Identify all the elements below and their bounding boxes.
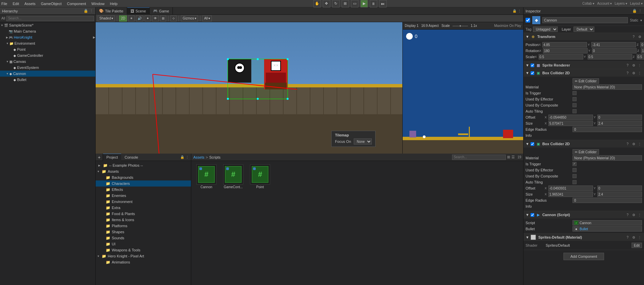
assets-filter-icon[interactable]: ☰ <box>511 155 515 159</box>
grid-settings[interactable]: ⊹ <box>170 15 177 22</box>
tree-item-environment[interactable]: ▼ 📁 Environment <box>0 40 95 46</box>
shader-edit-btn[interactable]: Edit <box>632 243 642 248</box>
bc2-help-icon[interactable]: ? <box>625 141 630 146</box>
hierarchy-menu-icon[interactable]: ⋮ <box>90 9 93 13</box>
folder-sounds[interactable]: ▶ 📁 Sounds <box>96 235 191 241</box>
center-panel-menu-icon[interactable]: ⋮ <box>518 9 521 13</box>
layer-dropdown[interactable]: Default <box>574 27 594 32</box>
pos-x-field[interactable] <box>542 42 587 47</box>
rot-z-field[interactable] <box>641 48 644 53</box>
scale-x-field[interactable] <box>539 54 583 59</box>
transform-settings-icon[interactable]: ⚙ <box>637 34 642 39</box>
bc2-checkbox[interactable] <box>531 142 534 146</box>
mat-more-icon[interactable]: ⋮ <box>637 235 642 240</box>
hierarchy-search-input[interactable] <box>6 16 94 21</box>
mat-help-icon[interactable]: ? <box>625 235 630 240</box>
bc2-material-ref[interactable]: None (Physics Material 2D) <box>573 155 642 161</box>
bc2-trigger-checkbox[interactable] <box>573 162 577 166</box>
center-panel-lock-icon[interactable]: 🔒 <box>512 9 516 13</box>
bc1-autotiling-checkbox[interactable] <box>573 109 577 113</box>
console-tab[interactable]: Console <box>121 154 141 161</box>
bc2-size-x-field[interactable] <box>548 192 593 197</box>
cs-bullet-ref[interactable]: ◆ Bullet <box>573 226 642 232</box>
bc1-size-y-field[interactable] <box>597 121 642 126</box>
tile-palette-tab[interactable]: 🎨 Tile Palette <box>96 7 127 15</box>
breadcrumb-assets[interactable]: Assets <box>193 155 204 159</box>
folder-items-icons[interactable]: ▶ 📁 Items & Icons <box>96 217 191 223</box>
tree-item-eventsystem[interactable]: ▶ ◆ EventSystem <box>0 65 95 71</box>
shading-dropdown[interactable]: Shaded ▾ <box>98 15 115 22</box>
sprite-renderer-header[interactable]: ▼ ▦ Sprite Renderer ? ⚙ ⋮ <box>524 62 644 69</box>
tree-item-canvas[interactable]: ▼ ▦ Canvas <box>0 58 95 65</box>
2d-toggle[interactable]: 2D <box>119 15 127 22</box>
box-collider-2-header[interactable]: ▼ ▣ Box Collider 2D ? ⚙ ⋮ <box>524 140 644 148</box>
hierarchy-lock-icon[interactable]: 🔒 <box>84 9 88 13</box>
scale-slider[interactable]: ——●—— <box>452 24 468 28</box>
sprite-help-icon[interactable]: ? <box>625 63 630 68</box>
menu-assets[interactable]: Assets <box>24 2 36 6</box>
assets-view-icon[interactable]: ⊞ <box>507 155 510 159</box>
menu-component[interactable]: Component <box>67 2 86 6</box>
bc2-edge-field[interactable]: 0 <box>573 198 642 203</box>
bc2-size-y-field[interactable] <box>597 192 642 197</box>
tree-item-samplescene[interactable]: ▼ 🎬 SampleScene* <box>0 22 95 28</box>
hand-tool[interactable]: ✋ <box>313 0 321 7</box>
rect-tool[interactable]: ▭ <box>351 0 358 7</box>
cs-help-icon[interactable]: ? <box>625 212 630 217</box>
menu-edit[interactable]: Edit <box>13 2 19 6</box>
bc2-more-icon[interactable]: ⋮ <box>637 141 642 146</box>
folder-effects[interactable]: ▶ 📁 Effects <box>96 187 191 193</box>
bc1-help-icon[interactable]: ? <box>625 71 630 75</box>
audio-btn[interactable]: 🔊 <box>136 15 143 22</box>
bc1-edit-collider-btn[interactable]: ✏ Edit Collider <box>573 78 599 84</box>
tree-item-maincamera[interactable]: ▶ 📷 Main Camera <box>0 28 95 34</box>
bc2-settings-icon[interactable]: ⚙ <box>631 141 636 146</box>
obj-active-checkbox[interactable] <box>526 18 530 23</box>
bc1-edge-field[interactable]: 0 <box>573 127 642 132</box>
bc2-edit-collider-btn[interactable]: ✏ Edit Collider <box>573 149 599 155</box>
cs-settings-icon[interactable]: ⚙ <box>631 212 636 217</box>
scene-tab[interactable]: 🖼 Scene <box>127 7 150 15</box>
folder-assets-root[interactable]: ▼ 📁 Assets <box>96 168 191 174</box>
folder-extra[interactable]: ▶ 📁 Extra <box>96 205 191 211</box>
tag-dropdown[interactable]: Untagged <box>533 27 558 32</box>
scale-tool[interactable]: ⊞ <box>342 0 349 7</box>
sprite-settings-icon[interactable]: ⚙ <box>631 63 636 68</box>
folder-environment[interactable]: ▶ 📁 Environment <box>96 199 191 205</box>
project-menu-icon[interactable]: ⋮ <box>186 155 189 159</box>
tree-item-point[interactable]: ▶ ◆ Point <box>0 46 95 52</box>
bc1-settings-icon[interactable]: ⚙ <box>631 71 636 75</box>
tree-item-cannon[interactable]: ▼ ◆ Cannon <box>0 71 95 77</box>
menu-window[interactable]: Window <box>91 2 104 6</box>
pos-z-field[interactable] <box>640 42 644 47</box>
rot-x-field[interactable] <box>543 48 588 53</box>
bc1-composite-checkbox[interactable] <box>573 103 577 107</box>
game-tab-center[interactable]: 🎮 Game <box>150 7 173 15</box>
sprite-renderer-checkbox[interactable] <box>531 64 534 67</box>
inspector-lock-icon[interactable]: 🔒 <box>632 9 637 13</box>
asset-point[interactable]: # Point <box>248 164 272 189</box>
folder-enemies[interactable]: ▶ 📁 Enemies <box>96 193 191 199</box>
folder-platforms[interactable]: ▶ 📁 Platforms <box>96 223 191 229</box>
fx-btn[interactable]: ✦ <box>145 15 151 22</box>
cs-enable-checkbox[interactable] <box>531 213 534 217</box>
step-btn[interactable]: ⏭ <box>379 0 387 7</box>
scale-z-field[interactable] <box>637 54 644 59</box>
bc1-offset-x-field[interactable] <box>548 115 593 120</box>
box-collider-1-header[interactable]: ▼ ▣ Box Collider 2D ? ⚙ ⋮ <box>524 69 644 77</box>
static-dropdown-icon[interactable]: ▾ <box>640 18 642 22</box>
cs-more-icon[interactable]: ⋮ <box>637 212 642 217</box>
menu-gameobject[interactable]: GameObject <box>41 2 62 6</box>
add-component-btn[interactable]: Add Component <box>563 253 604 260</box>
menu-help[interactable]: Help <box>110 2 117 6</box>
bc1-material-ref[interactable]: None (Physics Material 2D) <box>573 84 642 90</box>
move-tool[interactable]: ✥ <box>323 0 330 7</box>
cannon-script-header[interactable]: ▼ ▶ Cannon (Script) ? ⚙ ⋮ <box>524 211 644 218</box>
lighting-btn[interactable]: ☀ <box>128 15 135 22</box>
menu-file[interactable]: File <box>1 2 7 6</box>
tree-item-bullet[interactable]: ▶ ◆ Bullet <box>0 77 95 83</box>
breadcrumb-scripts[interactable]: Scripts <box>209 155 220 159</box>
folder-animations[interactable]: ▶ 📁 Animations <box>96 259 191 265</box>
scene-view-btn[interactable]: 👁 <box>152 15 159 22</box>
transform-header[interactable]: ▼ ⊕ Transform ? ⚙ <box>524 33 644 40</box>
